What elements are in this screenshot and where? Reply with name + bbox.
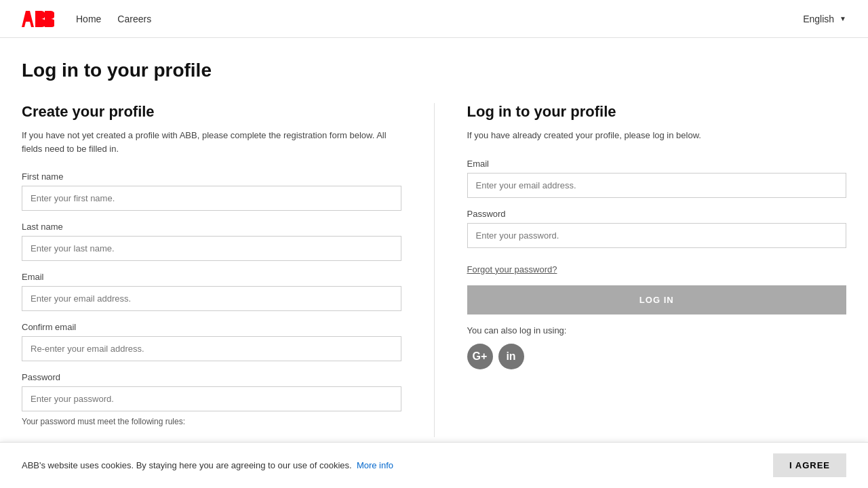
linkedin-icon: in — [506, 350, 515, 363]
register-password-input[interactable] — [22, 386, 401, 411]
confirm-email-group: Confirm email — [22, 322, 401, 361]
chevron-down-icon: ▼ — [840, 15, 846, 22]
password-rules-text: Your password must meet the following ru… — [22, 417, 401, 426]
register-email-input[interactable] — [22, 286, 401, 311]
login-section: Log in to your profile If you have alrea… — [435, 103, 847, 437]
google-login-button[interactable]: G+ — [467, 344, 493, 369]
login-title: Log in to your profile — [467, 103, 847, 121]
forgot-password-link[interactable]: Forgot your password? — [467, 264, 557, 274]
svg-rect-3 — [35, 11, 37, 27]
cookie-banner: ABB's website uses cookies. By staying h… — [0, 442, 868, 448]
login-email-label: Email — [467, 159, 847, 169]
last-name-input[interactable] — [22, 236, 401, 261]
nav-careers[interactable]: Careers — [117, 14, 151, 24]
create-profile-section: Create your profile If you have not yet … — [22, 103, 435, 437]
first-name-label: First name — [22, 171, 401, 182]
svg-rect-4 — [45, 11, 47, 27]
main-nav: Home Careers — [76, 14, 803, 24]
create-profile-title: Create your profile — [22, 103, 401, 121]
header: Home Careers English ▼ — [0, 0, 868, 38]
social-icons-container: G+ in — [467, 344, 847, 369]
social-login-label: You can also log in using: — [467, 325, 847, 336]
register-password-group: Password Your password must meet the fol… — [22, 372, 401, 426]
content-area: Create your profile If you have not yet … — [0, 92, 868, 448]
login-password-group: Password — [467, 209, 847, 248]
confirm-email-input[interactable] — [22, 336, 401, 361]
language-label: English — [803, 14, 834, 24]
login-password-label: Password — [467, 209, 847, 219]
page-title: Log in to your profile — [0, 38, 868, 92]
login-button[interactable]: LOG IN — [467, 285, 847, 314]
register-password-label: Password — [22, 372, 401, 382]
google-plus-icon: G+ — [473, 350, 488, 363]
last-name-group: Last name — [22, 222, 401, 261]
login-password-input[interactable] — [467, 223, 847, 248]
register-email-label: Email — [22, 272, 401, 282]
login-desc: If you have already created your profile… — [467, 129, 847, 142]
abb-logo[interactable] — [22, 8, 54, 30]
login-email-group: Email — [467, 159, 847, 198]
language-selector[interactable]: English ▼ — [803, 14, 846, 24]
last-name-label: Last name — [22, 222, 401, 232]
register-email-group: Email — [22, 272, 401, 311]
nav-home[interactable]: Home — [76, 14, 101, 24]
login-email-input[interactable] — [467, 173, 847, 198]
confirm-email-label: Confirm email — [22, 322, 401, 332]
create-profile-desc: If you have not yet created a profile wi… — [22, 129, 401, 155]
linkedin-login-button[interactable]: in — [498, 344, 524, 369]
first-name-group: First name — [22, 171, 401, 211]
svg-rect-2 — [26, 18, 29, 20]
first-name-input[interactable] — [22, 186, 401, 211]
